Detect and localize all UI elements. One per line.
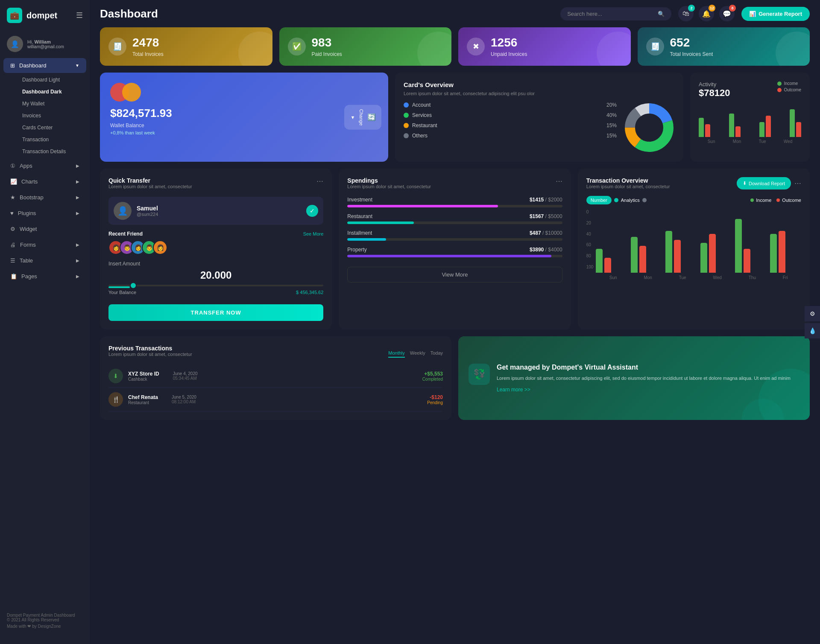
sidebar-item-table[interactable]: ☰ Table ▶ bbox=[3, 253, 86, 268]
chevron-down-icon: ▼ bbox=[75, 63, 79, 68]
sidebar-item-transaction[interactable]: Transaction bbox=[15, 134, 90, 146]
spending-fill-investment bbox=[347, 205, 498, 207]
slider-track bbox=[108, 285, 323, 286]
hamburger-icon[interactable]: ☰ bbox=[76, 11, 83, 20]
bar-group-fri bbox=[770, 231, 801, 273]
sidebar-item-dashboard[interactable]: ⊞ Dashboard ▼ bbox=[3, 58, 86, 73]
income-legend-item: Income bbox=[750, 198, 771, 203]
transaction-bar-chart bbox=[596, 213, 801, 273]
paid-invoices-label: Paid Invoices bbox=[312, 51, 342, 57]
more-options-icon[interactable]: ⋯ bbox=[316, 177, 323, 185]
income-dot bbox=[777, 82, 782, 86]
sidebar-nav: ⊞ Dashboard ▼ Dashboard Light Dashboard … bbox=[0, 57, 90, 606]
prev-txn-title: Previous Transactions bbox=[108, 345, 192, 352]
stat-paid-invoices: ✅ 983 Paid Invoices bbox=[279, 27, 452, 66]
legend-others: Others 15% bbox=[404, 133, 617, 139]
slider-fill bbox=[108, 286, 130, 288]
see-more-link[interactable]: See More bbox=[303, 231, 324, 236]
sidebar-item-transaction-details[interactable]: Transaction Details bbox=[15, 146, 90, 157]
outcome-bar-thu bbox=[744, 249, 750, 273]
wallet-amount: $824,571.93 bbox=[110, 107, 378, 120]
change-button[interactable]: 🔄 Change ▼ bbox=[344, 105, 381, 130]
txn-toggle: Number Analytics bbox=[586, 196, 647, 204]
sidebar: 💼 dompet ☰ 👤 Hi, William william@gmail.c… bbox=[0, 0, 90, 644]
outcome-legend: Outcome bbox=[777, 87, 801, 92]
unpaid-icon: ✖ bbox=[467, 38, 485, 55]
sidebar-item-forms[interactable]: 🖨 Forms ▶ bbox=[3, 237, 86, 252]
qt-title: Quick Transfer bbox=[108, 177, 192, 184]
slider-thumb bbox=[130, 282, 137, 289]
sidebar-item-apps[interactable]: ① Apps ▶ bbox=[3, 158, 86, 173]
txn-name-chef: Chef Renata bbox=[128, 394, 158, 400]
sidebar-item-label: Bootstrap bbox=[20, 194, 72, 201]
paid-icon: ✅ bbox=[288, 38, 306, 55]
sidebar-item-dashboard-dark[interactable]: Dashboard Dark bbox=[15, 86, 90, 98]
invoice-icon: 🧾 bbox=[108, 38, 126, 55]
dashboard-icon: ⊞ bbox=[10, 62, 15, 69]
sidebar-item-pages[interactable]: 📋 Pages ▶ bbox=[3, 269, 86, 284]
sidebar-item-cards-center[interactable]: Cards Center bbox=[15, 122, 90, 134]
search-wrap: 🔍 bbox=[560, 7, 671, 20]
generate-report-button[interactable]: 📊 Generate Report bbox=[741, 7, 810, 21]
legend-pct-services: 40% bbox=[606, 112, 617, 118]
bar-group-mon bbox=[631, 237, 662, 273]
decorative-shape bbox=[776, 32, 810, 66]
spendings-more-icon[interactable]: ⋯ bbox=[556, 177, 562, 185]
transfer-avatar: 👤 bbox=[114, 202, 132, 220]
sidebar-item-widget[interactable]: ⚙ Widget bbox=[3, 221, 86, 236]
legend-dot-restaurant bbox=[404, 123, 409, 128]
apps-icon: ① bbox=[10, 163, 15, 169]
sidebar-item-charts[interactable]: 📈 Charts ▶ bbox=[3, 174, 86, 189]
legend-services: Services 40% bbox=[404, 112, 617, 118]
activity-header: Activity $78120 Income Outcome bbox=[699, 81, 801, 99]
bag-icon-btn[interactable]: 🛍 2 bbox=[678, 6, 694, 21]
amount-slider[interactable] bbox=[108, 285, 323, 288]
stat-unpaid-invoices: ✖ 1256 Unpaid Invoices bbox=[458, 27, 631, 66]
txn-sub-chef: Restaurant bbox=[128, 400, 158, 405]
sidebar-item-dashboard-light[interactable]: Dashboard Light bbox=[15, 74, 90, 86]
previous-transactions-card: Previous Transactions Lorem ipsum dolor … bbox=[100, 336, 451, 420]
view-more-button[interactable]: View More bbox=[347, 267, 562, 283]
sidebar-item-bootstrap[interactable]: ★ Bootstrap ▶ bbox=[3, 190, 86, 205]
analytics-dot2 bbox=[642, 198, 647, 202]
spending-property: Property $3890 / $4000 bbox=[347, 247, 562, 257]
tab-today[interactable]: Today bbox=[430, 350, 443, 358]
txn-status-chef: Pending bbox=[427, 400, 443, 405]
spending-bar-investment bbox=[347, 205, 562, 207]
toggle-number-btn[interactable]: Number bbox=[586, 196, 612, 204]
va-learn-more-link[interactable]: Learn more >> bbox=[497, 387, 791, 393]
spending-investment: Investment $1415 / $2000 bbox=[347, 197, 562, 207]
legend-restaurant: Restaurant 15% bbox=[404, 122, 617, 128]
sidebar-item-invoices[interactable]: Invoices bbox=[15, 110, 90, 122]
bell-icon-btn[interactable]: 🔔 12 bbox=[699, 6, 714, 21]
msg-icon-btn[interactable]: 💬 8 bbox=[719, 6, 735, 21]
svg-point-5 bbox=[636, 115, 662, 140]
sidebar-item-my-wallet[interactable]: My Wallet bbox=[15, 98, 90, 110]
txn-more-icon[interactable]: ⋯ bbox=[794, 179, 801, 187]
settings-float-icon[interactable]: ⚙ bbox=[805, 306, 820, 321]
txn-row-chef: 🍴 Chef Renata Restaurant June 5, 2020 08… bbox=[108, 388, 443, 411]
search-input[interactable] bbox=[567, 11, 654, 17]
bell-badge: 12 bbox=[709, 5, 715, 12]
friend-avatar-5[interactable]: 👩 bbox=[153, 240, 167, 255]
spendings-desc: Lorem ipsum dolor sit amet, consectetur bbox=[347, 184, 431, 189]
transfer-now-button[interactable]: TRANSFER NOW bbox=[108, 304, 323, 321]
tab-weekly[interactable]: Weekly bbox=[410, 350, 425, 358]
sidebar-item-plugins[interactable]: ♥ Plugins ▶ bbox=[3, 206, 86, 221]
income-bar-thu bbox=[735, 219, 742, 273]
spending-bar-property bbox=[347, 255, 562, 257]
txn-tabs: Monthly Weekly Today bbox=[388, 350, 443, 358]
stat-sent-invoices: 🧾 652 Total Invoices Sent bbox=[638, 27, 810, 66]
theme-float-icon[interactable]: 💧 bbox=[805, 323, 820, 338]
tab-monthly[interactable]: Monthly bbox=[388, 350, 405, 358]
sidebar-logo-area: 💼 dompet ☰ bbox=[0, 0, 90, 31]
stat-total-invoices: 🧾 2478 Total Invoices bbox=[100, 27, 272, 66]
insert-amount: Insert Amount 20.000 Your Balance $ 456,… bbox=[108, 261, 323, 295]
download-report-button[interactable]: ⬇ Download Report bbox=[737, 177, 791, 189]
avatar: 👤 bbox=[7, 36, 23, 52]
txn-amount-chef: -$120 bbox=[427, 394, 443, 400]
page-title: Dashboard bbox=[100, 7, 554, 20]
decorative-shape bbox=[597, 32, 631, 66]
txn-date-xyz: June 4, 2020 bbox=[173, 371, 198, 376]
y-axis-labels: 100 80 60 40 20 0 bbox=[586, 210, 596, 269]
